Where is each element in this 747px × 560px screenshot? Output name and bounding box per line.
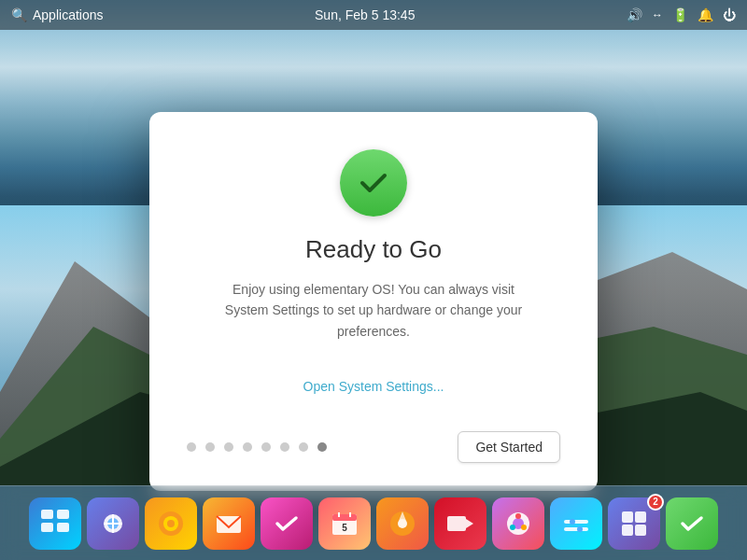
svg-rect-10 <box>57 523 69 532</box>
dot-6[interactable] <box>280 442 289 452</box>
dock-item-multitasking[interactable] <box>29 497 81 550</box>
battery-icon[interactable]: 🔋 <box>672 7 688 22</box>
dot-3[interactable] <box>224 442 233 452</box>
get-started-button[interactable]: Get Started <box>458 431 560 463</box>
svg-rect-39 <box>622 525 633 536</box>
topbar-right: 🔊 ↔ 🔋 🔔 ⏻ <box>627 7 736 22</box>
dock-item-settings[interactable] <box>550 497 602 550</box>
svg-point-31 <box>521 525 527 530</box>
svg-rect-40 <box>635 525 646 536</box>
network-icon[interactable]: ↔ <box>652 8 663 21</box>
dialog-description: Enjoy using elementary OS! You can alway… <box>215 279 532 342</box>
dock-item-appstore[interactable]: 2 <box>608 497 660 550</box>
svg-point-36 <box>577 526 583 532</box>
open-system-settings-link[interactable]: Open System Settings... <box>303 379 444 394</box>
dock-item-music[interactable] <box>376 497 429 550</box>
dot-1[interactable] <box>187 442 196 452</box>
dock: 5 <box>0 485 747 560</box>
dot-4[interactable] <box>243 442 252 452</box>
topbar-left: 🔍 Applications <box>11 7 104 22</box>
page-dots <box>187 442 327 452</box>
dot-7[interactable] <box>299 442 308 452</box>
dock-item-installed[interactable] <box>666 497 718 550</box>
svg-point-17 <box>167 520 175 527</box>
power-icon[interactable]: ⏻ <box>723 7 736 22</box>
svg-rect-34 <box>564 527 588 531</box>
svg-text:5: 5 <box>342 523 347 533</box>
topbar: 🔍 Applications Sun, Feb 5 13:45 🔊 ↔ 🔋 🔔 … <box>0 0 747 30</box>
svg-point-35 <box>570 519 575 525</box>
notification-icon[interactable]: 🔔 <box>698 7 713 22</box>
dock-item-videos[interactable] <box>434 497 486 550</box>
search-icon[interactable]: 🔍 <box>11 7 27 22</box>
dot-2[interactable] <box>205 442 215 452</box>
dialog-title: Ready to Go <box>305 235 442 264</box>
check-circle-icon <box>340 149 407 217</box>
app-menu-label[interactable]: Applications <box>33 7 104 22</box>
dock-item-photos[interactable] <box>492 497 544 550</box>
svg-rect-37 <box>622 511 633 523</box>
dock-item-browser[interactable] <box>145 497 197 550</box>
volume-icon[interactable]: 🔊 <box>627 7 642 22</box>
svg-rect-33 <box>564 520 588 524</box>
svg-rect-9 <box>41 523 53 532</box>
date-time-display: Sun, Feb 5 13:45 <box>315 7 415 22</box>
dot-8[interactable] <box>317 442 327 452</box>
svg-rect-7 <box>41 510 53 519</box>
svg-rect-26 <box>447 516 466 531</box>
svg-marker-27 <box>466 519 473 528</box>
dock-item-files[interactable] <box>87 497 139 550</box>
dialog-footer: Get Started <box>187 431 560 463</box>
ready-to-go-dialog: Ready to Go Enjoy using elementary OS! Y… <box>149 112 598 491</box>
dock-item-mail[interactable] <box>203 497 255 550</box>
dock-item-tasks[interactable] <box>261 497 313 550</box>
svg-rect-8 <box>57 510 69 519</box>
topbar-center: Sun, Feb 5 13:45 <box>315 7 415 22</box>
dot-5[interactable] <box>261 442 271 452</box>
dock-item-calendar[interactable]: 5 <box>318 497 371 550</box>
svg-point-30 <box>515 513 521 519</box>
appstore-badge: 2 <box>647 494 664 511</box>
svg-rect-38 <box>635 511 646 523</box>
svg-point-32 <box>510 525 515 530</box>
svg-rect-20 <box>332 514 357 521</box>
